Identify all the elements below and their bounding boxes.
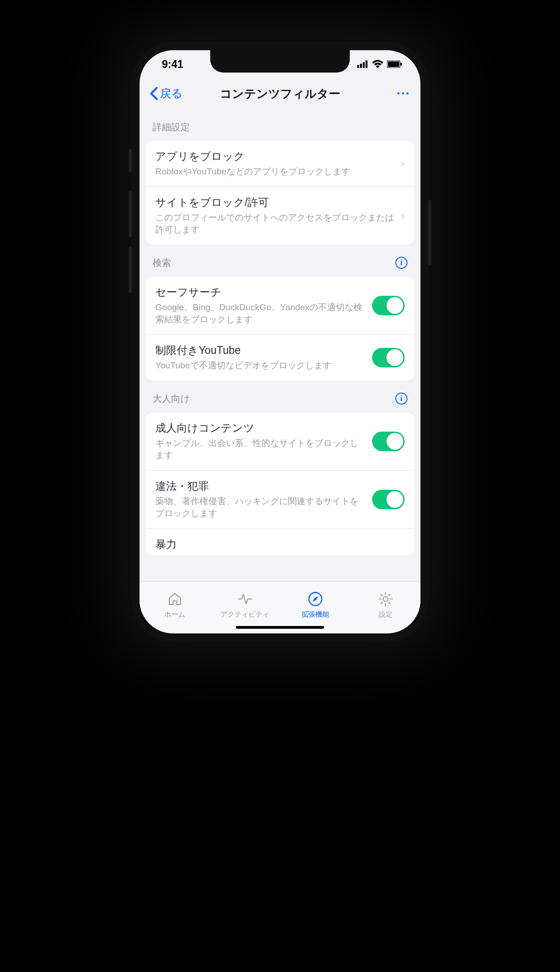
power-button (428, 200, 431, 265)
cellular-icon (357, 60, 368, 68)
section-title: 大人向け (153, 393, 190, 405)
battery-icon (387, 60, 402, 68)
tab-home[interactable]: ホーム (140, 582, 210, 633)
row-title: 制限付きYouTube (155, 343, 366, 358)
group-advanced: アプリをブロック RobloxやYouTubeなどのアプリをブロックします › … (146, 141, 414, 245)
row-adult-content: 成人向けコンテンツ ギャンブル、出会い系、性的なサイトをブロックします (146, 413, 414, 470)
row-title: セーフサーチ (155, 285, 366, 300)
row-block-sites[interactable]: サイトをブロック/許可 このプロフィールでのサイトへのアクセスをブロックまたは許… (146, 186, 414, 245)
gear-icon (377, 591, 394, 607)
row-illegal: 違法・犯罪 薬物、著作権侵害、ハッキングに関連するサイトをブロックします (146, 470, 414, 528)
tab-label: ホーム (164, 610, 185, 619)
home-indicator[interactable] (236, 626, 324, 629)
row-subtitle: YouTubeで不適切なビデオをブロックします (155, 360, 366, 372)
toggle-adult-content[interactable] (372, 432, 405, 451)
row-subtitle: 薬物、著作権侵害、ハッキングに関連するサイトをブロックします (155, 495, 366, 520)
svg-rect-0 (357, 65, 359, 68)
tab-label: アクティビティ (220, 610, 269, 619)
nav-bar: 戻る コンテンツフィルター ··· (140, 78, 420, 109)
svg-rect-2 (363, 62, 365, 68)
svg-rect-5 (388, 61, 399, 67)
toggle-restricted-youtube[interactable] (372, 348, 405, 367)
info-icon[interactable]: i (395, 257, 407, 269)
svg-rect-1 (360, 64, 362, 68)
row-text: 暴力 (155, 537, 405, 553)
row-restricted-youtube: 制限付きYouTube YouTubeで不適切なビデオをブロックします (146, 334, 414, 380)
section-header-advanced: 詳細設定 (140, 109, 420, 138)
row-text: アプリをブロック RobloxやYouTubeなどのアプリをブロックします (155, 149, 394, 178)
chevron-right-icon: › (401, 157, 405, 170)
back-button[interactable]: 戻る (150, 86, 201, 101)
row-title: アプリをブロック (155, 149, 394, 164)
status-icons (357, 60, 402, 68)
section-header-search: 検索 i (140, 245, 420, 274)
toggle-safesearch[interactable] (372, 296, 405, 315)
content-scroll[interactable]: 詳細設定 アプリをブロック RobloxやYouTubeなどのアプリをブロックし… (140, 109, 420, 581)
svg-point-8 (383, 597, 388, 601)
info-icon[interactable]: i (395, 393, 407, 405)
group-adult: 成人向けコンテンツ ギャンブル、出会い系、性的なサイトをブロックします 違法・犯… (146, 413, 414, 555)
home-icon (167, 591, 183, 607)
row-text: 違法・犯罪 薬物、著作権侵害、ハッキングに関連するサイトをブロックします (155, 479, 366, 520)
more-button[interactable]: ··· (359, 86, 410, 101)
page-title: コンテンツフィルター (201, 86, 359, 101)
row-safesearch: セーフサーチ Google、Bing、DuckDuckGo、Yandexの不適切… (146, 277, 414, 334)
row-text: セーフサーチ Google、Bing、DuckDuckGo、Yandexの不適切… (155, 285, 366, 326)
compass-icon (307, 591, 324, 607)
row-title: 違法・犯罪 (155, 479, 366, 493)
screen: 9:41 戻る コンテンツフィルター ··· 詳細設定 アプリを (140, 50, 420, 633)
row-violence: 暴力 (146, 528, 414, 555)
chevron-left-icon (150, 87, 158, 100)
toggle-illegal[interactable] (372, 490, 405, 509)
row-title: 成人向けコンテンツ (155, 421, 366, 435)
group-search: セーフサーチ Google、Bing、DuckDuckGo、Yandexの不適切… (146, 277, 414, 380)
chevron-right-icon: › (401, 209, 405, 222)
mute-switch (129, 149, 132, 172)
row-text: 制限付きYouTube YouTubeで不適切なビデオをブロックします (155, 343, 366, 372)
volume-down-button (129, 246, 132, 293)
row-subtitle: ギャンブル、出会い系、性的なサイトをブロックします (155, 437, 366, 462)
row-title: 暴力 (155, 537, 405, 552)
status-time: 9:41 (162, 58, 183, 71)
notch (210, 50, 350, 73)
row-subtitle: Google、Bing、DuckDuckGo、Yandexの不適切な検索結果をブ… (155, 301, 366, 326)
wifi-icon (372, 60, 383, 68)
svg-rect-3 (366, 60, 367, 68)
row-text: 成人向けコンテンツ ギャンブル、出会い系、性的なサイトをブロックします (155, 421, 366, 462)
tab-label: 設定 (379, 610, 393, 619)
phone-frame: 9:41 戻る コンテンツフィルター ··· 詳細設定 アプリを (131, 42, 429, 642)
row-subtitle: RobloxやYouTubeなどのアプリをブロックします (155, 166, 394, 178)
volume-up-button (129, 191, 132, 237)
tab-label: 拡張機能 (301, 610, 329, 619)
row-title: サイトをブロック/許可 (155, 195, 394, 210)
back-label: 戻る (160, 86, 183, 101)
section-title: 検索 (153, 257, 171, 269)
row-subtitle: このプロフィールでのサイトへのアクセスをブロックまたは許可します (155, 212, 394, 236)
section-header-adult: 大人向け i (140, 380, 420, 410)
section-title: 詳細設定 (153, 121, 190, 133)
tab-settings[interactable]: 設定 (350, 582, 420, 633)
svg-rect-6 (400, 63, 402, 66)
row-text: サイトをブロック/許可 このプロフィールでのサイトへのアクセスをブロックまたは許… (155, 195, 394, 236)
activity-icon (237, 591, 253, 607)
row-block-apps[interactable]: アプリをブロック RobloxやYouTubeなどのアプリをブロックします › (146, 141, 414, 186)
